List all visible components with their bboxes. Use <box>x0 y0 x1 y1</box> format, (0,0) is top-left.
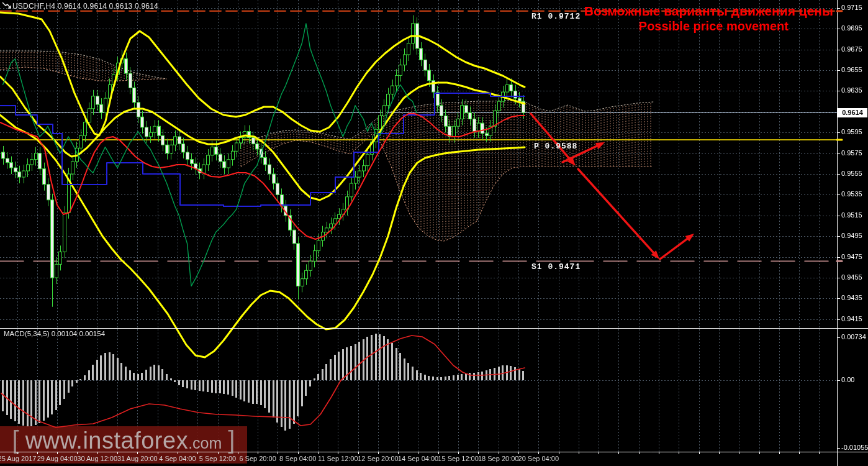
watermark-close-bracket: ] <box>222 426 241 454</box>
watermark-domain: .com <box>188 434 222 452</box>
time-axis-label: 18 Sep 20:00 <box>478 455 518 462</box>
time-axis-label: 14 Sep 04:00 <box>398 455 438 462</box>
price-axis[interactable]: 0.97150.96950.96750.96550.96350.95950.95… <box>837 0 868 466</box>
instaforex-watermark: [ www.instaforex .com ] <box>0 426 247 464</box>
mt4-chart-window: USDCHF,H4 0.9614 0.9614 0.9613 0.9614 Во… <box>0 0 868 466</box>
annotation-line-en: Possible price movement <box>584 19 789 34</box>
macd-axis-label: 0.00734 <box>841 333 866 340</box>
price-axis-label: 0.9595 <box>841 128 862 135</box>
macd-axis-label: 0.00 <box>841 376 854 383</box>
price-movement-annotation: Возможные варианты движения цены Possibl… <box>584 3 833 34</box>
price-axis-label: 0.9655 <box>841 66 862 73</box>
price-axis-label: 0.9455 <box>841 273 862 281</box>
price-axis-label: 0.9675 <box>841 45 862 53</box>
macd-axis-label: -0.01055 <box>841 444 868 451</box>
price-axis-label: 0.9535 <box>841 190 862 198</box>
time-axis-label: 11 Sep 12:00 <box>318 455 358 462</box>
price-axis-label: 0.9715 <box>841 4 862 11</box>
price-axis-label: 0.9575 <box>841 149 862 157</box>
price-axis-label: 0.9475 <box>841 253 862 260</box>
price-axis-label: 0.9435 <box>841 294 862 301</box>
current-price-box: 0.9614 <box>838 108 867 117</box>
time-axis-label: 15 Sep 12:00 <box>438 455 478 462</box>
watermark-open-bracket: [ <box>6 426 25 454</box>
price-axis-label: 0.9515 <box>841 211 862 219</box>
price-axis-label: 0.9415 <box>841 315 862 322</box>
time-axis-label: 12 Sep 20:00 <box>358 455 398 462</box>
time-axis-label: 20 Sep 04:00 <box>518 455 559 462</box>
price-axis-label: 0.9555 <box>841 170 862 177</box>
watermark-site-name: www.instaforex <box>25 427 189 454</box>
chart-title: USDCHF,H4 0.9614 0.9614 0.9613 0.9614 <box>12 2 158 11</box>
pivot-s1-label: S1 0.9471 <box>531 262 581 272</box>
time-axis-label: 8 Sep 04:00 <box>279 455 316 462</box>
pivot-r1-label: R1 0.9712 <box>531 12 581 21</box>
main-chart-canvas[interactable] <box>0 0 868 466</box>
annotation-line-ru: Возможные варианты движения цены <box>584 3 833 19</box>
price-axis-label: 0.9495 <box>841 232 862 239</box>
macd-indicator-label: MACD(5,34,5) 0.00104 0.00154 <box>4 330 105 337</box>
price-axis-label: 0.9635 <box>841 86 862 94</box>
pivot-p-label: P 0.9588 <box>534 142 577 151</box>
chart-symbol-icon <box>2 2 11 9</box>
price-axis-label: 0.9695 <box>841 24 862 32</box>
